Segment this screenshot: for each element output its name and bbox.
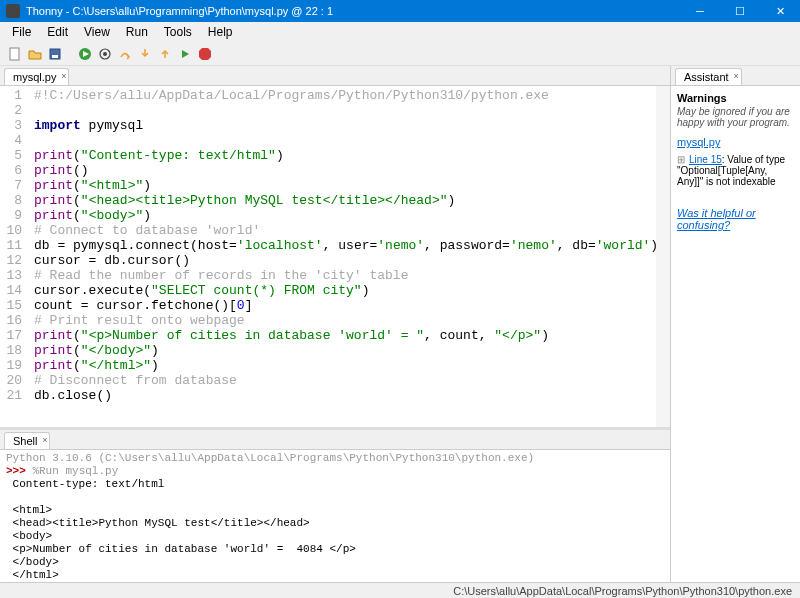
assistant-tabstrip: Assistant× [671,66,800,86]
code-line[interactable]: print("<head><title>Python MySQL test</t… [34,193,666,208]
editor-tabstrip: mysql.py× [0,66,670,86]
code-line[interactable]: print("<p>Number of cities in database '… [34,328,666,343]
code-line[interactable]: # Connect to database 'world' [34,223,666,238]
code-line[interactable]: # Read the number of records in the 'cit… [34,268,666,283]
minimize-button[interactable]: ─ [680,0,720,22]
line-number: 4 [4,133,22,148]
warnings-heading: Warnings [677,92,794,104]
code-line[interactable]: print("Content-type: text/html") [34,148,666,163]
editor-tab-label: mysql.py [13,71,56,83]
code-area[interactable]: #!C:/Users/allu/AppData/Local/Programs/P… [30,86,670,427]
resume-button[interactable] [176,45,194,63]
assistant-tab[interactable]: Assistant× [675,68,742,85]
code-line[interactable]: db.close() [34,388,666,403]
shell-prompt: >>> [6,465,26,477]
line-number: 18 [4,343,22,358]
code-line[interactable]: db = pymysql.connect(host='localhost', u… [34,238,666,253]
menu-help[interactable]: Help [200,23,241,41]
code-line[interactable]: # Disconnect from database [34,373,666,388]
code-line[interactable]: print("</html>") [34,358,666,373]
editor-tab[interactable]: mysql.py× [4,68,69,85]
line-number: 21 [4,388,22,403]
code-line[interactable]: cursor = db.cursor() [34,253,666,268]
svg-rect-2 [52,55,58,58]
line-number: 9 [4,208,22,223]
app-icon [6,4,20,18]
code-line[interactable]: # Print result onto webpage [34,313,666,328]
warning-line-link[interactable]: Line 15 [689,154,722,165]
line-number: 8 [4,193,22,208]
step-out-button[interactable] [156,45,174,63]
menu-run[interactable]: Run [118,23,156,41]
interpreter-path[interactable]: C:\Users\allu\AppData\Local\Programs\Pyt… [453,585,792,597]
line-number: 7 [4,178,22,193]
code-line[interactable]: #!C:/Users/allu/AppData/Local/Programs/P… [34,88,666,103]
close-shell-icon[interactable]: × [42,435,47,445]
statusbar: C:\Users\allu\AppData\Local\Programs\Pyt… [0,582,800,598]
line-number: 10 [4,223,22,238]
code-line[interactable]: print() [34,163,666,178]
code-line[interactable]: cursor.execute("SELECT count(*) FROM cit… [34,283,666,298]
code-line[interactable]: print("</body>") [34,343,666,358]
assistant-pane: Assistant× Warnings May be ignored if yo… [670,66,800,582]
step-into-button[interactable] [136,45,154,63]
close-tab-icon[interactable]: × [61,71,66,81]
content-area: mysql.py× 123456789101112131415161718192… [0,66,800,582]
debug-button[interactable] [96,45,114,63]
code-line[interactable]: import pymysql [34,118,666,133]
line-number-gutter: 123456789101112131415161718192021 [0,86,30,427]
code-editor[interactable]: 123456789101112131415161718192021 #!C:/U… [0,86,670,427]
code-line[interactable]: print("<html>") [34,178,666,193]
line-number: 16 [4,313,22,328]
close-assistant-icon[interactable]: × [733,71,738,81]
maximize-button[interactable]: ☐ [720,0,760,22]
code-line[interactable]: print("<body>") [34,208,666,223]
shell-header: Python 3.10.6 (C:\Users\allu\AppData\Loc… [6,452,534,464]
editor-scrollbar[interactable] [656,86,670,427]
line-number: 3 [4,118,22,133]
menu-view[interactable]: View [76,23,118,41]
line-number: 20 [4,373,22,388]
line-number: 14 [4,283,22,298]
code-line[interactable] [34,133,666,148]
menubar: File Edit View Run Tools Help [0,22,800,42]
svg-rect-0 [10,48,19,60]
line-number: 13 [4,268,22,283]
shell-pane: Shell× Python 3.10.6 (C:\Users\allu\AppD… [0,427,670,582]
svg-marker-6 [199,48,211,60]
shell-tabstrip: Shell× [0,430,670,450]
stop-button[interactable] [196,45,214,63]
step-over-button[interactable] [116,45,134,63]
line-number: 2 [4,103,22,118]
svg-point-5 [103,52,107,56]
titlebar: Thonny - C:\Users\allu\Programming\Pytho… [0,0,800,22]
save-file-button[interactable] [46,45,64,63]
shell-tab-label: Shell [13,435,37,447]
assistant-file-link[interactable]: mysql.py [677,136,720,148]
menu-edit[interactable]: Edit [39,23,76,41]
line-number: 6 [4,163,22,178]
left-column: mysql.py× 123456789101112131415161718192… [0,66,670,582]
feedback-link[interactable]: Was it helpful or confusing? [677,207,756,231]
open-file-button[interactable] [26,45,44,63]
shell-tab[interactable]: Shell× [4,432,50,449]
window-controls: ─ ☐ ✕ [680,0,800,22]
new-file-button[interactable] [6,45,24,63]
warnings-subtext: May be ignored if you are happy with you… [677,106,794,128]
code-line[interactable]: count = cursor.fetchone()[0] [34,298,666,313]
line-number: 11 [4,238,22,253]
line-number: 5 [4,148,22,163]
line-number: 19 [4,358,22,373]
shell-content[interactable]: Python 3.10.6 (C:\Users\allu\AppData\Loc… [0,450,670,582]
line-number: 17 [4,328,22,343]
line-number: 1 [4,88,22,103]
line-number: 12 [4,253,22,268]
code-line[interactable] [34,103,666,118]
menu-tools[interactable]: Tools [156,23,200,41]
run-button[interactable] [76,45,94,63]
menu-file[interactable]: File [4,23,39,41]
expand-icon[interactable]: ⊞ [677,154,686,165]
close-button[interactable]: ✕ [760,0,800,22]
assistant-tab-label: Assistant [684,71,729,83]
warning-item: ⊞Line 15: Value of type "Optional[Tuple[… [677,154,794,187]
